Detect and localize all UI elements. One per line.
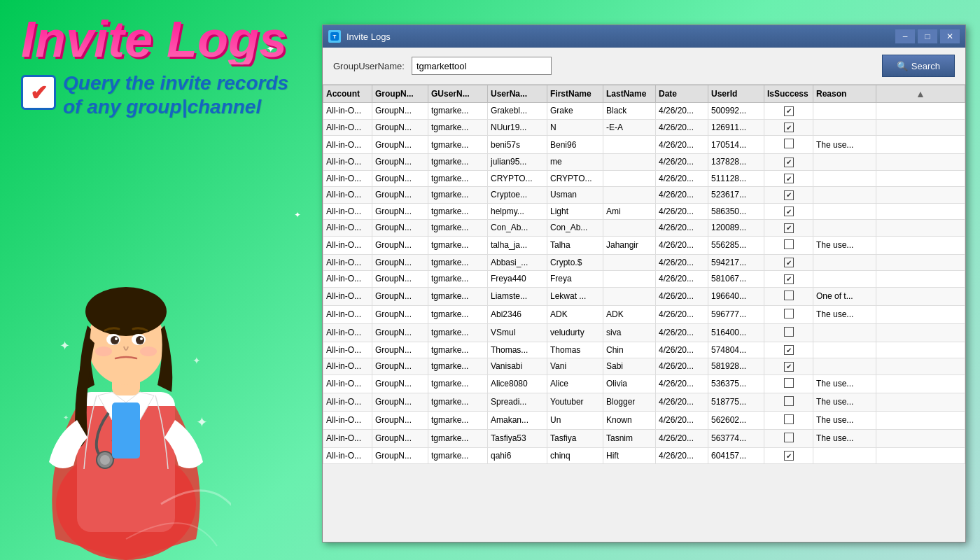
col-header-lastname[interactable]: LastName: [603, 85, 656, 103]
table-cell: GroupN...: [372, 305, 428, 323]
reason-cell: [813, 342, 876, 358]
scroll-cell: [876, 447, 965, 464]
close-button[interactable]: ✕: [940, 29, 960, 43]
table-row[interactable]: All-in-O...GroupN...tgmarke...CRYPTO...C…: [323, 170, 965, 187]
table-cell: tgmarke...: [428, 119, 488, 136]
table-row[interactable]: All-in-O...GroupN...tgmarke...Abi2346ADK…: [323, 305, 965, 323]
table-cell: 4/26/20...: [656, 374, 708, 393]
table-cell: GroupN...: [372, 393, 428, 411]
table-row[interactable]: All-in-O...GroupN...tgmarke...VSmulvelud…: [323, 323, 965, 342]
table-cell: 4/26/20...: [656, 103, 708, 120]
table-cell: All-in-O...: [323, 136, 372, 154]
checkmark-icon: [21, 75, 56, 110]
svg-point-10: [140, 337, 143, 340]
col-header-date[interactable]: Date: [656, 85, 708, 103]
col-header-username[interactable]: UserNa...: [488, 85, 547, 103]
table-cell: Abbasi_...: [488, 254, 547, 271]
reason-cell: The use...: [813, 374, 876, 393]
table-row[interactable]: All-in-O...GroupN...tgmarke...VanisabiVa…: [323, 358, 965, 375]
table-cell: Blogger: [603, 393, 656, 411]
table-row[interactable]: All-in-O...GroupN...tgmarke...qahi6chinq…: [323, 447, 965, 464]
table-cell: Liamste...: [488, 287, 547, 305]
table-cell: NUur19...: [488, 119, 547, 136]
scroll-cell: [876, 287, 965, 305]
table-cell: Con_Ab...: [547, 220, 603, 237]
table-row[interactable]: All-in-O...GroupN...tgmarke...Thomas...T…: [323, 342, 965, 358]
table-cell: GroupN...: [372, 187, 428, 204]
table-cell: tgmarke...: [428, 305, 488, 323]
table-wrapper[interactable]: Account GroupN... GUserN... UserNa... Fi…: [323, 84, 965, 542]
table-row[interactable]: All-in-O...GroupN...tgmarke...helpmy...L…: [323, 203, 965, 220]
col-header-firstname[interactable]: FirstName: [547, 85, 603, 103]
table-row[interactable]: All-in-O...GroupN...tgmarke...Alice8080A…: [323, 374, 965, 393]
table-cell: [603, 170, 656, 187]
table-cell: All-in-O...: [323, 342, 372, 358]
table-cell: Grake: [547, 103, 603, 120]
table-cell: Ami: [603, 203, 656, 220]
table-cell: Vanisabi: [488, 358, 547, 375]
col-header-userid[interactable]: UserId: [708, 85, 764, 103]
table-cell: siva: [603, 323, 656, 342]
svg-point-8: [136, 336, 144, 344]
table-cell: 4/26/20...: [656, 287, 708, 305]
table-cell: 518775...: [708, 393, 764, 411]
table-row[interactable]: All-in-O...GroupN...tgmarke...Liamste...…: [323, 287, 965, 305]
table-cell: tgmarke...: [428, 236, 488, 254]
table-row[interactable]: All-in-O...GroupN...tgmarke...Grakebl...…: [323, 103, 965, 120]
checkbox-display: [784, 362, 794, 372]
groupusername-input[interactable]: [412, 57, 552, 75]
table-row[interactable]: All-in-O...GroupN...tgmarke...NUur19...N…: [323, 119, 965, 136]
col-header-reason[interactable]: Reason: [813, 85, 876, 103]
reason-cell: The use...: [813, 429, 876, 447]
col-header-gusername[interactable]: GUserN...: [428, 85, 488, 103]
table-cell: tgmarke...: [428, 429, 488, 447]
table-row[interactable]: All-in-O...GroupN...tgmarke...Spreadi...…: [323, 393, 965, 411]
table-cell: Freya: [547, 271, 603, 288]
table-row[interactable]: All-in-O...GroupN...tgmarke...Abbasi_...…: [323, 254, 965, 271]
issuccess-cell: [764, 305, 813, 323]
scroll-cell: [876, 136, 965, 154]
invite-logs-window: T Invite Logs – □ ✕ GroupUserName: 🔍 Sea…: [322, 24, 966, 542]
scroll-cell: [876, 119, 965, 136]
table-cell: GroupN...: [372, 374, 428, 393]
issuccess-cell: [764, 287, 813, 305]
table-row[interactable]: All-in-O...GroupN...tgmarke...Cryptoe...…: [323, 187, 965, 204]
table-cell: 500992...: [708, 103, 764, 120]
table-cell: tgmarke...: [428, 187, 488, 204]
table-cell: Light: [547, 203, 603, 220]
table-cell: tgmarke...: [428, 342, 488, 358]
table-row[interactable]: All-in-O...GroupN...tgmarke...Amakan...U…: [323, 411, 965, 429]
scroll-cell: [876, 236, 965, 254]
issuccess-cell: [764, 429, 813, 447]
svg-text:✦: ✦: [63, 414, 69, 421]
search-button[interactable]: 🔍 Search: [882, 55, 955, 77]
table-cell: All-in-O...: [323, 203, 372, 220]
table-cell: All-in-O...: [323, 254, 372, 271]
col-header-groupname[interactable]: GroupN...: [372, 85, 428, 103]
minimize-button[interactable]: –: [895, 29, 915, 43]
scroll-cell: [876, 374, 965, 393]
table-cell: 511128...: [708, 170, 764, 187]
issuccess-cell: [764, 170, 813, 187]
col-header-issuccess[interactable]: IsSuccess: [764, 85, 813, 103]
table-row[interactable]: All-in-O...GroupN...tgmarke...Tasfiya53T…: [323, 429, 965, 447]
reason-cell: [813, 154, 876, 171]
table-row[interactable]: All-in-O...GroupN...tgmarke...Freya440Fr…: [323, 271, 965, 288]
checkbox-display: [784, 223, 794, 233]
table-row[interactable]: All-in-O...GroupN...tgmarke...Con_Ab...C…: [323, 220, 965, 237]
table-row[interactable]: All-in-O...GroupN...tgmarke...talha_ja..…: [323, 236, 965, 254]
scroll-cell: [876, 103, 965, 120]
col-header-account[interactable]: Account: [323, 85, 372, 103]
search-label: Search: [911, 61, 940, 71]
table-row[interactable]: All-in-O...GroupN...tgmarke...beni57sBen…: [323, 136, 965, 154]
table-cell: 4/26/20...: [656, 187, 708, 204]
table-cell: ADK: [547, 305, 603, 323]
maximize-button[interactable]: □: [918, 29, 937, 43]
table-cell: All-in-O...: [323, 323, 372, 342]
issuccess-cell: [764, 374, 813, 393]
table-cell: 4/26/20...: [656, 170, 708, 187]
table-row[interactable]: All-in-O...GroupN...tgmarke...julian95..…: [323, 154, 965, 171]
reason-cell: [813, 170, 876, 187]
table-cell: All-in-O...: [323, 170, 372, 187]
table-cell: Amakan...: [488, 411, 547, 429]
